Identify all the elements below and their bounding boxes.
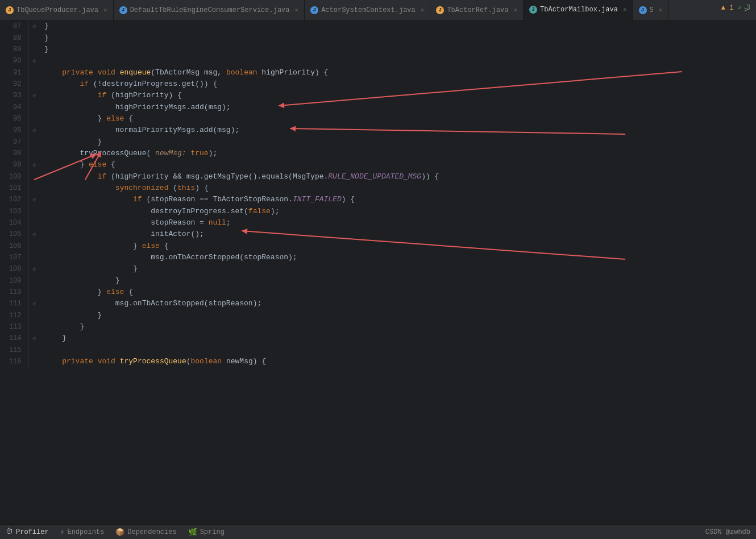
code-content-89: } [40, 44, 756, 55]
code-content-116: private void tryProcessQueue(boolean new… [40, 356, 756, 367]
code-content-88: } [40, 32, 756, 44]
endpoints-label: Endpoints [67, 528, 104, 536]
line-number-88: 88 [0, 32, 28, 44]
gutter-101 [28, 183, 40, 194]
gutter-108: ◇ [28, 263, 40, 275]
tab-icon-tab5: J [529, 6, 537, 14]
tab-close-tab6[interactable]: ✕ [659, 6, 663, 14]
gutter-88 [28, 32, 40, 44]
gutter-110 [28, 287, 40, 298]
line-number-102: 102 [0, 194, 28, 206]
gutter-95 [28, 113, 40, 125]
profiler-icon: ⏱ [6, 528, 13, 536]
tab-tab4[interactable]: JTbActorRef.java✕ [430, 0, 524, 20]
code-content-107: msg.onTbActorStopped(stopReason); [40, 252, 756, 263]
tab-close-tab3[interactable]: ✕ [421, 6, 425, 14]
code-row-110: 110 } else { [0, 287, 756, 298]
line-number-95: 95 [0, 113, 28, 125]
tab-close-tab1[interactable]: ✕ [103, 6, 107, 14]
code-row-109: 109 } [0, 275, 756, 287]
line-number-103: 103 [0, 206, 28, 217]
gutter-113 [28, 321, 40, 333]
gutter-112 [28, 310, 40, 321]
code-content-103: destroyInProgress.set(false); [40, 206, 756, 217]
line-number-90: 90 [0, 55, 28, 67]
status-right-info: CSDN @zwhdb [705, 528, 750, 536]
code-content-115 [40, 345, 756, 356]
code-row-102: 102 ◇ if (stopReason == TbActorStopReaso… [0, 194, 756, 206]
warning-badge: ▲ 1 [721, 4, 734, 12]
code-row-90: 90 ◇ [0, 55, 756, 67]
line-number-91: 91 [0, 67, 28, 78]
check-badge: ✓ 3 [738, 3, 750, 12]
tab-bar: JTbQueueProducer.java✕JDefaultTbRuleEngi… [0, 0, 756, 20]
code-row-89: 89 } [0, 44, 756, 55]
code-content-87: } [40, 20, 756, 32]
line-number-98: 98 [0, 148, 28, 159]
status-spring[interactable]: 🌿Spring [188, 528, 225, 537]
gutter-116 [28, 356, 40, 367]
line-number-92: 92 [0, 78, 28, 90]
tab-label-tab2: DefaultTbRuleEngineConsumerService.java [130, 6, 290, 14]
tab-icon-tab1: J [6, 6, 14, 14]
gutter-94 [28, 102, 40, 113]
code-content-90 [40, 55, 756, 67]
code-row-87: 87 ◇ } [0, 20, 756, 32]
tab-tab6[interactable]: JS✕ [633, 0, 669, 20]
tab-tab5[interactable]: JTbActorMailbox.java✕ [524, 0, 633, 20]
code-content-93: if (highPriority) { [40, 90, 756, 102]
gutter-105: ◇ [28, 229, 40, 241]
code-content-113: } [40, 321, 756, 333]
gutter-97 [28, 136, 40, 148]
code-row-103: 103 destroyInProgress.set(false); [0, 206, 756, 217]
tab-tab1[interactable]: JTbQueueProducer.java✕ [0, 0, 114, 20]
tab-tab3[interactable]: JActorSystemContext.java✕ [305, 0, 430, 20]
code-content-98: tryProcessQueue( newMsg: true); [40, 148, 756, 159]
gutter-89 [28, 44, 40, 55]
line-number-107: 107 [0, 252, 28, 263]
gutter-90: ◇ [28, 55, 40, 67]
tab-close-tab5[interactable]: ✕ [623, 6, 627, 13]
code-content-112: } [40, 310, 756, 321]
status-profiler[interactable]: ⏱Profiler [6, 528, 49, 536]
code-content-111: msg.onTbActorStopped(stopReason); [40, 298, 756, 310]
code-content-108: } [40, 263, 756, 275]
line-number-104: 104 [0, 217, 28, 229]
code-content-97: } [40, 136, 756, 148]
tab-label-tab5: TbActorMailbox.java [540, 6, 618, 14]
code-row-98: 98 tryProcessQueue( newMsg: true); [0, 148, 756, 159]
code-row-93: 93 ◇ if (highPriority) { [0, 90, 756, 102]
code-row-99: 99 ◇ } else { [0, 159, 756, 171]
gutter-103 [28, 206, 40, 217]
line-number-87: 87 [0, 20, 28, 32]
line-number-115: 115 [0, 345, 28, 356]
line-number-113: 113 [0, 321, 28, 333]
gutter-104 [28, 217, 40, 229]
tab-tab2[interactable]: JDefaultTbRuleEngineConsumerService.java… [114, 0, 305, 20]
code-row-107: 107 msg.onTbActorStopped(stopReason); [0, 252, 756, 263]
gutter-114: ◇ [28, 333, 40, 345]
dependencies-label: Dependencies [127, 528, 176, 536]
tab-icon-tab2: J [119, 6, 127, 14]
gutter-92 [28, 78, 40, 90]
line-number-94: 94 [0, 102, 28, 113]
status-endpoints[interactable]: ⚡Endpoints [60, 528, 105, 537]
line-number-100: 100 [0, 171, 28, 183]
status-dependencies[interactable]: 📦Dependencies [115, 528, 176, 537]
gutter-102: ◇ [28, 194, 40, 206]
code-row-100: 100 if (highPriority && msg.getMsgType()… [0, 171, 756, 183]
code-row-96: 96 ◇ normalPriorityMsgs.add(msg); [0, 125, 756, 136]
profiler-label: Profiler [16, 528, 49, 536]
line-number-93: 93 [0, 90, 28, 102]
line-number-108: 108 [0, 263, 28, 275]
code-content-92: if (!destroyInProgress.get()) { [40, 78, 756, 90]
code-scroll[interactable]: 87 ◇ } 88 } 89 } 90 ◇ 91 private void en… [0, 20, 756, 524]
gutter-100 [28, 171, 40, 183]
tab-icon-tab3: J [310, 6, 318, 14]
tab-close-tab4[interactable]: ✕ [513, 6, 517, 14]
line-number-110: 110 [0, 287, 28, 298]
code-row-105: 105 ◇ initActor(); [0, 229, 756, 241]
tab-label-tab1: TbQueueProducer.java [16, 6, 98, 14]
line-number-109: 109 [0, 275, 28, 287]
tab-close-tab2[interactable]: ✕ [295, 6, 299, 14]
